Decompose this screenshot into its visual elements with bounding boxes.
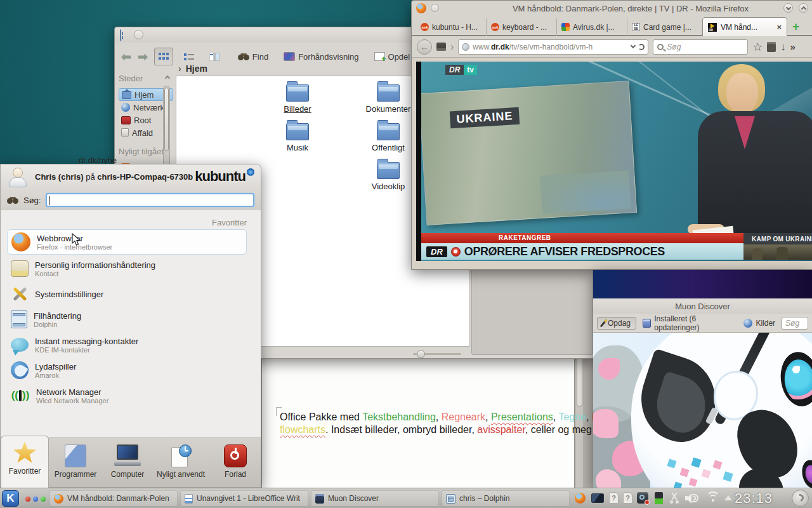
activity-dot-green[interactable] bbox=[41, 497, 46, 502]
askubuntu-icon: ask bbox=[491, 23, 499, 31]
breadcrumb[interactable]: › Hjem bbox=[178, 62, 207, 76]
star-icon bbox=[13, 441, 37, 464]
task-dolphin[interactable]: chris – Dolphin bbox=[442, 490, 570, 507]
binoculars-icon bbox=[7, 197, 18, 204]
preview-button[interactable]: Forhåndsvisning bbox=[284, 52, 358, 62]
clock[interactable]: 23:13 bbox=[735, 490, 773, 507]
kickoff-item-audioplayer[interactable]: LydafspillerAmarok bbox=[7, 358, 247, 383]
maximize-button[interactable] bbox=[799, 3, 808, 13]
mouse-cursor bbox=[72, 233, 81, 246]
muon-search-field[interactable]: Søg bbox=[782, 317, 808, 330]
close-tab-icon[interactable]: × bbox=[776, 22, 782, 32]
chat-bubble-icon bbox=[11, 338, 29, 352]
search-label: Søg: bbox=[23, 196, 41, 205]
kde-menu-button[interactable]: K bbox=[2, 490, 19, 507]
firefox-titlebar[interactable]: VM håndbold: Danmark-Polen, direkte | TV… bbox=[412, 1, 812, 17]
downloads-icon[interactable]: ↓ bbox=[780, 41, 785, 53]
back-button[interactable]: ← bbox=[417, 39, 432, 55]
installed-tab-button[interactable]: Installeret (6 opdateringer) bbox=[643, 314, 737, 332]
url-dropdown-icon[interactable] bbox=[631, 43, 636, 48]
panel-cashew-icon[interactable] bbox=[792, 490, 809, 507]
icons-view-button[interactable] bbox=[154, 48, 173, 65]
titlebar-extra-button[interactable] bbox=[431, 4, 439, 12]
soldiers-thumbnail bbox=[743, 244, 812, 260]
tray-volume-icon[interactable] bbox=[685, 493, 699, 504]
user-identity: Chris (chris) på chris-HP-Compaq-6730b bbox=[35, 172, 193, 182]
folder-musik[interactable]: Musik bbox=[263, 123, 332, 152]
zoom-slider[interactable] bbox=[413, 350, 461, 358]
tab-programmer[interactable]: Programmer bbox=[49, 438, 102, 488]
kickoff-search-input[interactable] bbox=[46, 193, 254, 207]
zoom-slider-knob[interactable] bbox=[417, 350, 425, 358]
kickoff-item-network[interactable]: (()) Network ManagerWicd Network Manager bbox=[7, 383, 247, 408]
kickoff-item-filemanager[interactable]: FilhåndteringDolphin bbox=[7, 307, 247, 332]
recent-document-icon bbox=[170, 444, 192, 467]
sources-tab-button[interactable]: Kilder bbox=[743, 319, 775, 328]
tray-muon-updates-icon[interactable] bbox=[637, 492, 648, 504]
user-avatar[interactable] bbox=[7, 166, 29, 188]
split-view-button[interactable] bbox=[205, 48, 224, 65]
site-globe-icon[interactable] bbox=[462, 43, 469, 51]
search-field[interactable]: Søg bbox=[653, 39, 748, 55]
tab-computer[interactable]: Computer bbox=[102, 438, 153, 488]
activity-dot-blue[interactable] bbox=[33, 497, 38, 502]
url-bar[interactable]: www.dr.dk/tv/se/vm-handbold/vm-h bbox=[458, 39, 648, 55]
tray-battery-icon[interactable] bbox=[655, 492, 663, 504]
tray-unknown-icon[interactable]: ? bbox=[609, 492, 619, 504]
activity-dot-red[interactable] bbox=[25, 497, 30, 502]
writer-document-text[interactable]: Office Pakke med Tekstbehandling, Regnea… bbox=[280, 411, 578, 436]
tab-nyligt-anvendt[interactable]: Nyligt anvendt bbox=[153, 438, 209, 488]
tray-wifi-icon[interactable] bbox=[705, 491, 721, 504]
folder-icon bbox=[286, 123, 309, 140]
featured-app-banner[interactable] bbox=[593, 333, 812, 489]
task-libreoffice[interactable]: Unavngivet 1 - LibreOffice Writ bbox=[180, 490, 308, 507]
bookmark-star-icon[interactable]: ☆ bbox=[752, 40, 763, 54]
tab-kubuntu[interactable]: ask kubuntu - H... bbox=[417, 18, 487, 36]
kickoff-item-pim[interactable]: Personlig informationshåndteringKontact bbox=[7, 256, 247, 281]
tab-forlad[interactable]: Forlad bbox=[209, 438, 262, 488]
kickoff-item-im[interactable]: Instant messaging-kontakterKDE IM-kontak… bbox=[7, 332, 247, 358]
video-player[interactable]: DR tv UKRAINE bbox=[421, 62, 812, 261]
firefox-logo-icon bbox=[416, 3, 426, 13]
tab-cardgame[interactable]: LGDB Card game |... bbox=[628, 18, 699, 36]
task-muon[interactable]: Muon Discover bbox=[311, 490, 439, 507]
cherry-blossom bbox=[593, 409, 619, 438]
minimize-button[interactable] bbox=[783, 3, 793, 13]
tray-unknown-icon[interactable]: ? bbox=[623, 492, 632, 504]
tray-firefox-icon[interactable] bbox=[575, 493, 586, 504]
find-button[interactable]: Find bbox=[238, 52, 268, 62]
muon-titlebar[interactable]: Muon Discover bbox=[593, 298, 812, 314]
task-firefox[interactable]: VM håndbold: Danmark-Polen bbox=[49, 490, 178, 507]
back-icon[interactable]: ⬅ bbox=[121, 51, 131, 63]
forward-icon[interactable]: ➡ bbox=[138, 51, 148, 63]
discover-tab-button[interactable]: Opdag bbox=[597, 317, 636, 330]
muon-window-title: Muon Discover bbox=[675, 302, 730, 311]
tray-konsole-icon[interactable] bbox=[591, 493, 604, 503]
tray-expander-icon[interactable] bbox=[724, 495, 732, 500]
kickoff-item-systemsettings[interactable]: Systemindstillinger bbox=[7, 281, 247, 307]
folder-icon bbox=[377, 123, 400, 140]
overflow-icon[interactable]: » bbox=[790, 41, 795, 52]
tab-keyboard[interactable]: ask keyboard - ... bbox=[487, 18, 557, 36]
icons-view-icon bbox=[159, 53, 169, 61]
places-scrollbar[interactable] bbox=[163, 86, 170, 168]
firefox-icon bbox=[11, 232, 30, 251]
tab-favoritter[interactable]: Favoritter bbox=[1, 436, 49, 488]
bookmarks-grid-icon[interactable] bbox=[436, 43, 446, 51]
tab-avirus[interactable]: Avirus.dk |... bbox=[558, 18, 627, 36]
split-button[interactable]: Opdel bbox=[374, 52, 410, 62]
dolphin-titlebar-button[interactable] bbox=[134, 30, 143, 39]
new-tab-button[interactable]: + bbox=[792, 20, 799, 34]
sources-globe-icon bbox=[743, 319, 752, 328]
reload-icon[interactable] bbox=[638, 44, 645, 50]
breadcrumb-hjem[interactable]: Hjem bbox=[186, 64, 207, 74]
kickoff-item-webbrowser[interactable]: WebbrowserFirefox - internetbrowser bbox=[7, 229, 247, 255]
folder-billeder[interactable]: Billeder bbox=[263, 84, 332, 114]
bookmarks-menu-icon[interactable] bbox=[767, 42, 776, 52]
collapse-places-icon[interactable] bbox=[165, 76, 170, 81]
magic-wand-icon bbox=[600, 319, 607, 327]
tray-klipper-icon[interactable] bbox=[669, 492, 680, 504]
dolphin-icon bbox=[446, 494, 455, 504]
trash-icon bbox=[121, 128, 129, 137]
tab-vm-handbold-active[interactable]: DR VM hånd... × bbox=[702, 17, 787, 36]
